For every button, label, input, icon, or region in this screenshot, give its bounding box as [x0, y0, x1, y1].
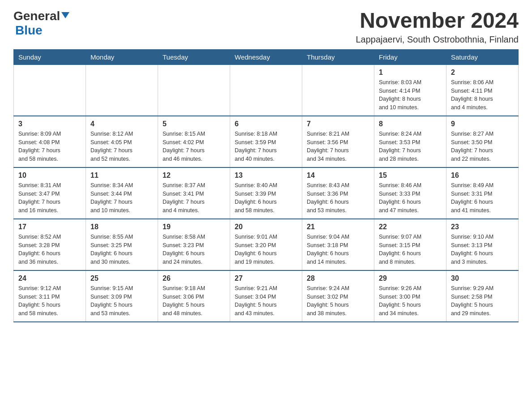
- calendar-cell: 30Sunrise: 9:29 AMSunset: 2:58 PMDayligh…: [446, 270, 519, 322]
- day-info: Sunrise: 8:24 AMSunset: 3:53 PMDaylight:…: [379, 130, 442, 163]
- calendar-cell: 16Sunrise: 8:49 AMSunset: 3:31 PMDayligh…: [446, 167, 519, 219]
- day-number: 26: [163, 274, 225, 283]
- day-number: 24: [18, 274, 81, 283]
- calendar-row-2: 3Sunrise: 8:09 AMSunset: 4:08 PMDaylight…: [14, 116, 519, 167]
- weekday-header-saturday: Saturday: [446, 49, 519, 64]
- day-number: 11: [90, 171, 153, 180]
- day-info: Sunrise: 9:01 AMSunset: 3:20 PMDaylight:…: [235, 233, 297, 266]
- calendar-row-3: 10Sunrise: 8:31 AMSunset: 3:47 PMDayligh…: [14, 167, 519, 219]
- calendar-cell: 29Sunrise: 9:26 AMSunset: 3:00 PMDayligh…: [374, 270, 446, 322]
- day-number: 6: [235, 120, 297, 128]
- day-number: 2: [451, 68, 514, 77]
- calendar-cell: 26Sunrise: 9:18 AMSunset: 3:06 PMDayligh…: [158, 270, 230, 322]
- calendar-cell: 12Sunrise: 8:37 AMSunset: 3:41 PMDayligh…: [158, 167, 230, 219]
- calendar-header-row: SundayMondayTuesdayWednesdayThursdayFrid…: [14, 49, 519, 64]
- day-number: 7: [307, 120, 369, 128]
- day-info: Sunrise: 8:52 AMSunset: 3:28 PMDaylight:…: [18, 233, 81, 266]
- calendar-cell: 22Sunrise: 9:07 AMSunset: 3:15 PMDayligh…: [374, 219, 446, 270]
- day-number: 14: [307, 171, 369, 180]
- calendar-cell: 2Sunrise: 8:06 AMSunset: 4:11 PMDaylight…: [446, 64, 519, 116]
- day-number: 23: [451, 223, 514, 231]
- calendar-cell: 11Sunrise: 8:34 AMSunset: 3:44 PMDayligh…: [86, 167, 158, 219]
- weekday-header-wednesday: Wednesday: [230, 49, 302, 64]
- day-number: 27: [235, 274, 297, 283]
- day-number: 20: [235, 223, 297, 231]
- calendar-cell: 6Sunrise: 8:18 AMSunset: 3:59 PMDaylight…: [230, 116, 302, 167]
- day-number: 10: [18, 171, 81, 180]
- day-info: Sunrise: 8:31 AMSunset: 3:47 PMDaylight:…: [18, 181, 81, 215]
- calendar-cell: [86, 64, 158, 116]
- day-number: 30: [451, 274, 514, 283]
- day-info: Sunrise: 8:58 AMSunset: 3:23 PMDaylight:…: [163, 233, 225, 266]
- logo-general-text: General: [13, 9, 60, 23]
- calendar-cell: 10Sunrise: 8:31 AMSunset: 3:47 PMDayligh…: [14, 167, 86, 219]
- calendar-cell: 8Sunrise: 8:24 AMSunset: 3:53 PMDaylight…: [374, 116, 446, 167]
- day-info: Sunrise: 9:29 AMSunset: 2:58 PMDaylight:…: [451, 284, 514, 318]
- day-info: Sunrise: 8:40 AMSunset: 3:39 PMDaylight:…: [235, 181, 297, 215]
- day-info: Sunrise: 8:46 AMSunset: 3:33 PMDaylight:…: [379, 181, 442, 215]
- day-number: 15: [379, 171, 442, 180]
- calendar-cell: 14Sunrise: 8:43 AMSunset: 3:36 PMDayligh…: [302, 167, 374, 219]
- day-info: Sunrise: 8:21 AMSunset: 3:56 PMDaylight:…: [307, 130, 369, 163]
- day-number: 22: [379, 223, 442, 231]
- day-number: 29: [379, 274, 442, 283]
- svg-marker-0: [61, 12, 69, 18]
- weekday-header-sunday: Sunday: [14, 49, 86, 64]
- day-info: Sunrise: 9:15 AMSunset: 3:09 PMDaylight:…: [90, 284, 153, 318]
- calendar-cell: [14, 64, 86, 116]
- day-info: Sunrise: 9:12 AMSunset: 3:11 PMDaylight:…: [18, 284, 81, 318]
- calendar-cell: 19Sunrise: 8:58 AMSunset: 3:23 PMDayligh…: [158, 219, 230, 270]
- calendar-cell: 21Sunrise: 9:04 AMSunset: 3:18 PMDayligh…: [302, 219, 374, 270]
- calendar-table: SundayMondayTuesdayWednesdayThursdayFrid…: [13, 49, 519, 322]
- calendar-cell: 25Sunrise: 9:15 AMSunset: 3:09 PMDayligh…: [86, 270, 158, 322]
- weekday-header-friday: Friday: [374, 49, 446, 64]
- calendar-cell: 15Sunrise: 8:46 AMSunset: 3:33 PMDayligh…: [374, 167, 446, 219]
- calendar-cell: 23Sunrise: 9:10 AMSunset: 3:13 PMDayligh…: [446, 219, 519, 270]
- day-info: Sunrise: 9:04 AMSunset: 3:18 PMDaylight:…: [307, 233, 369, 266]
- day-info: Sunrise: 8:37 AMSunset: 3:41 PMDaylight:…: [163, 181, 225, 215]
- calendar-cell: 5Sunrise: 8:15 AMSunset: 4:02 PMDaylight…: [158, 116, 230, 167]
- day-number: 5: [163, 120, 225, 128]
- logo: General Blue: [13, 9, 69, 38]
- weekday-header-thursday: Thursday: [302, 49, 374, 64]
- day-info: Sunrise: 8:49 AMSunset: 3:31 PMDaylight:…: [451, 181, 514, 215]
- month-title: November 2024: [356, 9, 519, 33]
- calendar-cell: 28Sunrise: 9:24 AMSunset: 3:02 PMDayligh…: [302, 270, 374, 322]
- day-number: 3: [18, 120, 81, 128]
- calendar-cell: [230, 64, 302, 116]
- calendar-cell: 4Sunrise: 8:12 AMSunset: 4:05 PMDaylight…: [86, 116, 158, 167]
- day-number: 21: [307, 223, 369, 231]
- day-number: 12: [163, 171, 225, 180]
- calendar-row-5: 24Sunrise: 9:12 AMSunset: 3:11 PMDayligh…: [14, 270, 519, 322]
- calendar-cell: 27Sunrise: 9:21 AMSunset: 3:04 PMDayligh…: [230, 270, 302, 322]
- calendar-row-1: 1Sunrise: 8:03 AMSunset: 4:14 PMDaylight…: [14, 64, 519, 116]
- calendar-cell: 24Sunrise: 9:12 AMSunset: 3:11 PMDayligh…: [14, 270, 86, 322]
- calendar-cell: 18Sunrise: 8:55 AMSunset: 3:25 PMDayligh…: [86, 219, 158, 270]
- day-number: 13: [235, 171, 297, 180]
- day-number: 16: [451, 171, 514, 180]
- day-number: 1: [379, 68, 442, 77]
- title-area: November 2024 Lappajaervi, South Ostrobo…: [356, 9, 519, 45]
- day-number: 17: [18, 223, 81, 231]
- day-number: 19: [163, 223, 225, 231]
- calendar-cell: 17Sunrise: 8:52 AMSunset: 3:28 PMDayligh…: [14, 219, 86, 270]
- day-info: Sunrise: 8:15 AMSunset: 4:02 PMDaylight:…: [163, 130, 225, 163]
- day-info: Sunrise: 8:43 AMSunset: 3:36 PMDaylight:…: [307, 181, 369, 215]
- day-info: Sunrise: 8:09 AMSunset: 4:08 PMDaylight:…: [18, 130, 81, 163]
- day-info: Sunrise: 9:07 AMSunset: 3:15 PMDaylight:…: [379, 233, 442, 266]
- day-info: Sunrise: 8:34 AMSunset: 3:44 PMDaylight:…: [90, 181, 153, 215]
- logo-blue-text: Blue: [15, 23, 43, 37]
- day-number: 28: [307, 274, 369, 283]
- weekday-header-monday: Monday: [86, 49, 158, 64]
- day-info: Sunrise: 9:26 AMSunset: 3:00 PMDaylight:…: [379, 284, 442, 318]
- day-number: 18: [90, 223, 153, 231]
- calendar-row-4: 17Sunrise: 8:52 AMSunset: 3:28 PMDayligh…: [14, 219, 519, 270]
- day-info: Sunrise: 8:18 AMSunset: 3:59 PMDaylight:…: [235, 130, 297, 163]
- day-info: Sunrise: 9:18 AMSunset: 3:06 PMDaylight:…: [163, 284, 225, 318]
- day-number: 25: [90, 274, 153, 283]
- weekday-header-tuesday: Tuesday: [158, 49, 230, 64]
- day-info: Sunrise: 8:27 AMSunset: 3:50 PMDaylight:…: [451, 130, 514, 163]
- logo-arrow-icon: [61, 12, 69, 20]
- day-info: Sunrise: 9:24 AMSunset: 3:02 PMDaylight:…: [307, 284, 369, 318]
- day-number: 9: [451, 120, 514, 128]
